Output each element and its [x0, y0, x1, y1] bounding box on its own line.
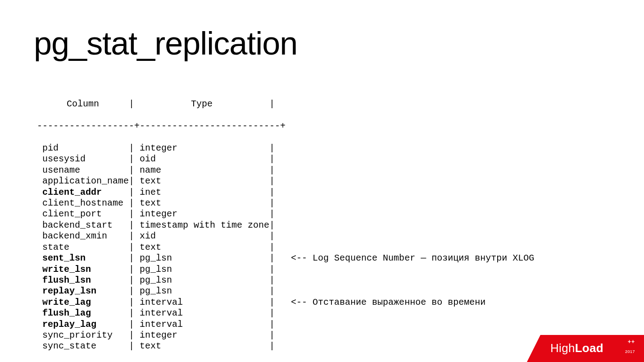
column-name: replay_lag [37, 319, 129, 330]
column-type: pg_lsn [134, 253, 269, 264]
table-row: client_port| integer| [37, 209, 534, 220]
slide-title: pg_stat_replication [34, 25, 297, 62]
table-header-row: Column|Type| [37, 99, 534, 110]
logo-plus-icon: ++ [628, 339, 635, 345]
row-annotation: <-- Отставание выраженное во времени [275, 297, 485, 307]
header-column: Column [37, 99, 129, 110]
column-type: inet [134, 187, 269, 198]
table-definition: Column|Type| ------------------+--------… [37, 88, 534, 362]
column-type: integer [134, 330, 269, 341]
table-row: flush_lag| interval| [37, 308, 534, 319]
table-row: flush_lsn| pg_lsn| [37, 275, 534, 286]
column-name: write_lsn [37, 264, 129, 275]
column-name: usesysid [37, 154, 129, 165]
column-type: name [134, 165, 269, 176]
column-type: text [134, 242, 269, 253]
column-type: pg_lsn [134, 275, 269, 286]
column-type: text [134, 198, 269, 209]
column-name: application_name [37, 176, 129, 187]
column-name: state [37, 242, 129, 253]
column-type: xid [134, 231, 269, 242]
table-row: write_lsn| pg_lsn| [37, 264, 534, 275]
column-type: integer [134, 209, 269, 220]
column-type: integer [134, 143, 269, 154]
table-row: client_addr| inet| [37, 187, 534, 198]
table-row: replay_lsn| pg_lsn| [37, 286, 534, 297]
column-type: interval [134, 297, 269, 308]
column-type: pg_lsn [134, 264, 269, 275]
column-name: backend_start [37, 220, 129, 231]
column-name: client_addr [37, 187, 129, 198]
table-row: write_lag| interval| <-- Отставание выра… [37, 297, 534, 308]
column-name: sent_lsn [37, 253, 129, 264]
table-row: usename| name| [37, 165, 534, 176]
column-type: text [134, 341, 269, 352]
column-name: replay_lsn [37, 286, 129, 297]
column-type: interval [134, 308, 269, 319]
table-row: application_name| text| [37, 176, 534, 187]
column-type: text [134, 176, 269, 187]
table-row: backend_xmin| xid| [37, 231, 534, 242]
column-name: flush_lag [37, 308, 129, 319]
column-name: pid [37, 143, 129, 154]
table-row: state| text| [37, 242, 534, 253]
column-name: sync_priority [37, 330, 129, 341]
column-name: flush_lsn [37, 275, 129, 286]
column-name: client_port [37, 209, 129, 220]
table-row: backend_start| timestamp with time zone| [37, 220, 534, 231]
column-name: backend_xmin [37, 231, 129, 242]
table-row: sync_priority| integer| [37, 330, 534, 341]
table-row: sync_state| text| [37, 341, 534, 352]
header-type: Type [134, 99, 269, 110]
column-type: pg_lsn [134, 286, 269, 297]
column-name: client_hostname [37, 198, 129, 209]
column-name: usename [37, 165, 129, 176]
column-name: sync_state [37, 341, 129, 352]
row-annotation: <-- Log Sequence Number — позиция внутри… [275, 253, 534, 263]
logo-year: 2017 [625, 349, 635, 354]
table-row: replay_lag| interval| [37, 319, 534, 330]
column-type: interval [134, 319, 269, 330]
table-row: pid| integer| [37, 143, 534, 154]
separator-row: ------------------+---------------------… [37, 121, 534, 132]
column-type: oid [134, 154, 269, 165]
highload-logo: HighLoad ++ 2017 [527, 335, 644, 362]
column-name: write_lag [37, 297, 129, 308]
logo-text: HighLoad [550, 341, 603, 355]
table-row: sent_lsn| pg_lsn| <-- Log Sequence Numbe… [37, 253, 534, 264]
column-type: timestamp with time zone [134, 220, 269, 231]
table-row: client_hostname| text| [37, 198, 534, 209]
table-row: usesysid| oid| [37, 154, 534, 165]
